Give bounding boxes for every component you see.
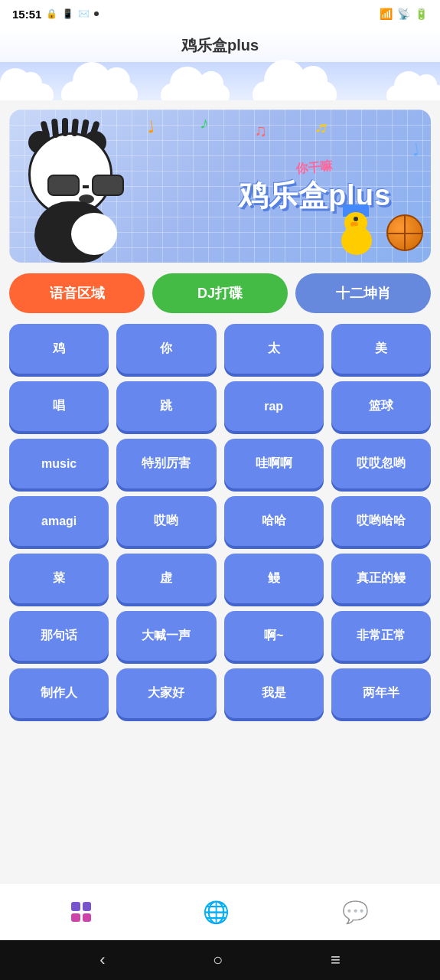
sound-button-4[interactable]: 唱 (9, 381, 109, 431)
action-buttons-row: 语音区域 DJ打碟 十二坤肖 (9, 273, 431, 313)
sound-button-18[interactable]: 鳗 (224, 554, 324, 603)
cloud-2 (61, 81, 138, 100)
sound-button-25[interactable]: 大家好 (116, 668, 216, 718)
main-content: ♩ ♪ ♫ ♬ ♩ (0, 100, 440, 883)
sound-button-3[interactable]: 美 (331, 324, 431, 374)
bottom-nav: 🌐 💬 (0, 883, 440, 940)
status-icon-1: 🔒 (46, 8, 57, 19)
status-icon-3: ✉️ (78, 8, 90, 19)
cloud-3 (161, 83, 230, 100)
chick-character (335, 213, 377, 255)
voice-zone-button[interactable]: 语音区域 (9, 273, 145, 313)
sound-button-24[interactable]: 制作人 (9, 668, 109, 718)
zodiac-button[interactable]: 十二坤肖 (295, 273, 431, 313)
nav-item-chat[interactable]: 💬 (327, 893, 384, 931)
sound-button-9[interactable]: 特别厉害 (116, 439, 216, 488)
panda-belly (71, 213, 117, 255)
chick-body (341, 226, 372, 255)
sound-button-23[interactable]: 非常正常 (331, 611, 431, 661)
dj-scratch-button[interactable]: DJ打碟 (152, 273, 288, 313)
sound-button-11[interactable]: 哎哎忽哟 (331, 439, 431, 488)
status-dot (94, 11, 99, 16)
basketball-decoration (386, 214, 423, 251)
chick-eye (354, 217, 358, 221)
sound-button-15[interactable]: 哎哟哈哈 (331, 496, 431, 546)
panda-figure (9, 109, 211, 263)
page-title: 鸡乐盒plus (0, 35, 440, 62)
sound-button-22[interactable]: 啊~ (224, 611, 324, 661)
sound-button-10[interactable]: 哇啊啊 (224, 439, 324, 488)
status-time: 15:51 (12, 8, 41, 21)
apps-icon (71, 902, 91, 922)
explore-icon: 🌐 (203, 900, 230, 925)
sound-button-19[interactable]: 真正的鳗 (331, 554, 431, 603)
signal-icon: 📡 (397, 8, 410, 20)
sound-button-20[interactable]: 那句话 (9, 611, 109, 661)
sound-button-12[interactable]: amagi (9, 496, 109, 546)
title-bar: 鸡乐盒plus (0, 28, 440, 100)
banner-subtitle: 你干嘛 (296, 158, 334, 178)
sound-grid: 鸡你太美唱跳rap篮球music特别厉害哇啊啊哎哎忽哟amagi哎哟哈哈哎哟哈哈… (9, 324, 431, 718)
sound-button-27[interactable]: 两年半 (331, 668, 431, 718)
wifi-icon: 📶 (380, 8, 393, 20)
battery-icon: 🔋 (415, 8, 428, 20)
nav-item-home[interactable] (56, 896, 106, 928)
sound-button-16[interactable]: 菜 (9, 554, 109, 603)
status-bar: 15:51 🔒 📱 ✉️ 📶 📡 🔋 (0, 0, 440, 28)
android-back-button[interactable]: ‹ (99, 950, 105, 970)
sound-button-6[interactable]: rap (224, 381, 324, 431)
cloud-4 (253, 81, 337, 100)
android-menu-button[interactable]: ≡ (331, 950, 341, 970)
sound-button-5[interactable]: 跳 (116, 381, 216, 431)
sound-button-0[interactable]: 鸡 (9, 324, 109, 374)
cloud-5 (386, 85, 440, 100)
cloud-decoration (0, 62, 440, 100)
chat-icon: 💬 (342, 900, 369, 925)
android-nav-bar: ‹ ○ ≡ (0, 940, 440, 980)
sound-button-8[interactable]: music (9, 439, 109, 488)
sound-button-26[interactable]: 我是 (224, 668, 324, 718)
sound-button-17[interactable]: 虚 (116, 554, 216, 603)
status-icon-2: 📱 (62, 8, 73, 19)
sound-button-7[interactable]: 篮球 (331, 381, 431, 431)
android-home-button[interactable]: ○ (213, 950, 223, 970)
sound-button-1[interactable]: 你 (116, 324, 216, 374)
banner: ♩ ♪ ♫ ♬ ♩ (9, 109, 431, 263)
panda-body (34, 201, 111, 263)
cloud-1 (0, 83, 54, 100)
sound-button-21[interactable]: 大喊一声 (116, 611, 216, 661)
sound-button-2[interactable]: 太 (224, 324, 324, 374)
sound-button-14[interactable]: 哈哈 (224, 496, 324, 546)
sound-button-13[interactable]: 哎哟 (116, 496, 216, 546)
nav-item-explore[interactable]: 🌐 (187, 893, 245, 931)
